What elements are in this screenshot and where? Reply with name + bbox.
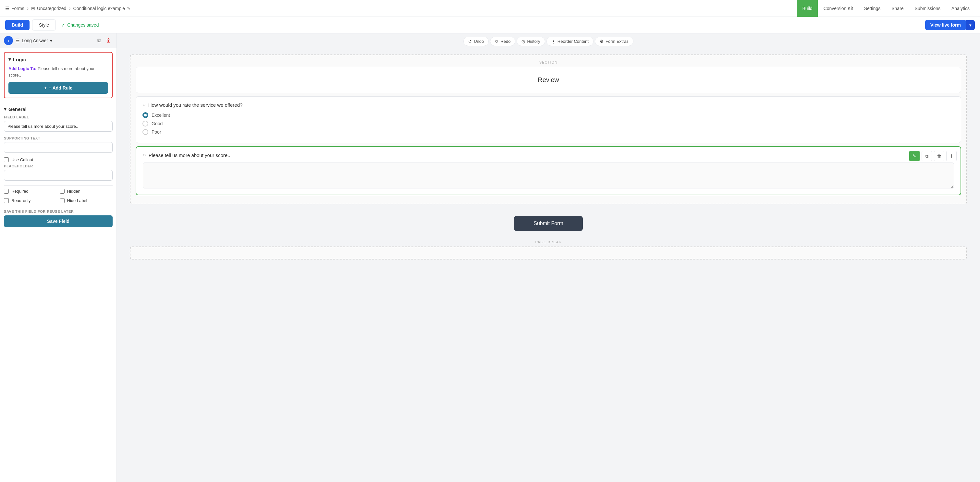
reorder-button[interactable]: ⋮ Reorder Content [546,36,593,46]
main-layout: ‹ ☰ Long Answer ▾ ⧉ 🗑 ▾ Logic Add Logic … [0,33,980,482]
tab-conversion-kit[interactable]: Conversion Kit [818,0,858,17]
tab-settings[interactable]: Settings [859,0,886,17]
general-section-title[interactable]: ▾ General [4,106,113,112]
breadcrumb: ☰ Forms › ⊞ Uncategorized › Conditional … [5,6,797,11]
tab-share[interactable]: Share [886,0,908,17]
required-checkbox[interactable] [4,189,9,193]
option-good[interactable]: Good [142,121,955,127]
check-circle-icon: ✓ [61,22,65,28]
placeholder-input[interactable] [4,170,113,181]
supporting-text-group: SUPPORTING TEXT [4,136,113,153]
option-excellent[interactable]: Excellent [142,112,955,118]
view-live-wrapper: View live form ▾ [925,20,975,30]
field-label-input[interactable] [4,121,113,132]
question1-icon: ○ [142,102,146,108]
remove-field-button[interactable]: 🗑 [934,151,944,161]
breadcrumb-forms[interactable]: ☰ Forms [5,6,24,11]
undo-button[interactable]: ↺ Undo [463,36,489,46]
radio-excellent [142,112,148,118]
question1-label: ○ How would you rate the service we offe… [142,102,955,108]
add-rule-button[interactable]: + + Add Rule [8,82,108,94]
section-title: Review [142,72,955,87]
form-extras-button[interactable]: ⚙ Form Extras [595,36,633,46]
delete-field-button[interactable]: 🗑 [105,36,113,45]
field-label-group: FIELD LABEL [4,115,113,132]
content-area: ↺ Undo ↻ Redo ◷ History ⋮ Reorder Conten… [117,33,980,482]
edit-field-button[interactable]: ✎ [909,151,920,161]
sidebar: ‹ ☰ Long Answer ▾ ⧉ 🗑 ▾ Logic Add Logic … [0,33,117,482]
placeholder-group: PLACEHOLDER [4,164,113,181]
build-button[interactable]: Build [5,20,30,30]
tab-build[interactable]: Build [797,0,818,17]
general-section: ▾ General FIELD LABEL SUPPORTING TEXT Us… [0,102,116,235]
tab-submissions[interactable]: Submissions [910,0,946,17]
plus-icon: + [44,85,47,90]
use-callout-checkbox[interactable] [4,157,9,162]
submit-button-area: Submit Form [130,209,967,238]
question2-textarea[interactable] [143,163,954,189]
options-group: Required Hidden Read-only Hide Label [4,189,113,205]
sidebar-header: ‹ ☰ Long Answer ▾ ⧉ 🗑 [0,33,116,48]
copy-field-button[interactable]: ⧉ [96,36,102,45]
history-button[interactable]: ◷ History [517,36,545,46]
question2-icon: ○ [143,152,146,158]
use-callout-group: Use Callout [4,157,113,162]
radio-poor [142,129,148,135]
logic-section: ▾ Logic Add Logic To: Please tell us mor… [4,52,113,98]
section-container: SECTION Review ○ How would you rate the … [130,54,967,205]
sidebar-header-actions: ⧉ 🗑 [96,36,113,45]
logic-chevron-icon: ▾ [8,56,11,62]
changes-saved-indicator: ✓ Changes saved [61,22,99,28]
form-canvas: SECTION Review ○ How would you rate the … [117,49,980,270]
next-section [130,247,967,260]
logic-description: Add Logic To: Please tell us more about … [8,65,108,78]
field-type-icon: ☰ [16,38,20,43]
question2-label: ○ Please tell us more about your score.. [143,152,954,158]
edit-form-name-icon[interactable]: ✎ [127,6,131,11]
history-icon: ◷ [522,39,525,44]
redo-button[interactable]: ↻ Redo [490,36,515,46]
field-type-chevron-icon[interactable]: ▾ [50,38,52,43]
tab-analytics[interactable]: Analytics [946,0,975,17]
reorder-icon: ⋮ [551,39,555,44]
supporting-text-input[interactable] [4,142,113,153]
move-field-button[interactable]: ✛ [946,151,957,161]
hide-label-row: Hide Label [60,198,113,203]
style-button[interactable]: Style [32,19,56,30]
breadcrumb-sep-2: › [69,6,70,11]
question1-card[interactable]: ○ How would you rate the service we offe… [136,96,961,143]
save-field-button[interactable]: Save Field [4,216,113,227]
top-nav: ☰ Forms › ⊞ Uncategorized › Conditional … [0,0,980,17]
undo-icon: ↺ [468,39,472,44]
main-toolbar: Build Style ✓ Changes saved View live fo… [0,17,980,33]
hidden-checkbox[interactable] [60,189,65,193]
card-actions: ✎ ⧉ 🗑 ✛ [909,151,957,161]
required-row: Required [4,189,57,193]
view-live-button[interactable]: View live form [925,20,966,30]
page-break-label: PAGE BREAK [130,238,967,247]
hidden-row: Hidden [60,189,113,193]
extras-icon: ⚙ [600,39,604,44]
logic-section-title[interactable]: ▾ Logic [8,56,108,62]
save-field-group: SAVE THIS FIELD FOR REUSE LATER Save Fie… [4,209,113,227]
section-title-card[interactable]: Review [136,67,961,93]
redo-icon: ↻ [495,39,498,44]
breadcrumb-form-name: Conditional logic example ✎ [73,6,131,11]
question2-card[interactable]: ○ Please tell us more about your score..… [136,146,961,195]
view-live-dropdown-button[interactable]: ▾ [966,20,975,30]
hide-label-checkbox[interactable] [60,198,65,203]
read-only-row: Read-only [4,198,57,203]
read-only-checkbox[interactable] [4,198,9,203]
general-chevron-icon: ▾ [4,106,6,112]
field-type-label: ☰ Long Answer ▾ [16,38,52,43]
breadcrumb-sep-1: › [27,6,29,11]
forms-icon: ☰ [5,6,10,11]
submit-form-button[interactable]: Submit Form [514,216,583,231]
nav-tabs: Build Conversion Kit Settings Share Subm… [797,0,975,17]
sub-toolbar: ↺ Undo ↻ Redo ◷ History ⋮ Reorder Conten… [117,33,980,49]
option-poor[interactable]: Poor [142,129,955,135]
breadcrumb-uncategorized[interactable]: ⊞ Uncategorized [31,6,66,11]
duplicate-field-button[interactable]: ⧉ [921,151,932,161]
sidebar-back-button[interactable]: ‹ [4,36,13,45]
uncategorized-icon: ⊞ [31,6,35,11]
